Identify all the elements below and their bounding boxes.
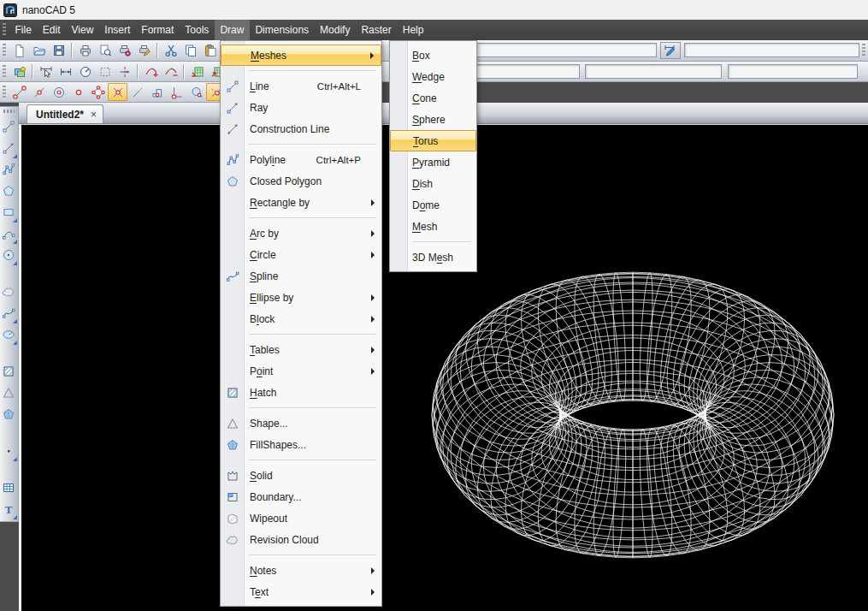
hatch-button[interactable] (0, 360, 17, 382)
draw-menu-item-boundary[interactable]: Boundary... (221, 486, 381, 507)
meshes-submenu-item-pyramid[interactable]: Pyramid (390, 151, 476, 173)
dim-linear-button[interactable] (56, 62, 75, 80)
dimension-style-button[interactable] (660, 42, 681, 59)
table-import-button[interactable] (187, 62, 207, 80)
draw-menu-item-construction-line[interactable]: Construction Line (221, 118, 381, 139)
toolbar-grip[interactable] (3, 44, 6, 57)
measure-remove-button[interactable] (161, 62, 180, 80)
snap-nearest-button[interactable] (186, 83, 206, 101)
draw-menu-item-notes[interactable]: Notes (221, 560, 381, 581)
meshes-submenu-item-torus[interactable]: Torus (390, 130, 476, 151)
draw-menu-item-point[interactable]: Point (221, 360, 381, 382)
snap-intersection-button[interactable] (108, 83, 127, 101)
menubar-item-format[interactable]: Format (136, 20, 180, 40)
draw-menu-item-shape[interactable]: Shape... (221, 412, 381, 434)
snap-extension-button[interactable] (127, 83, 147, 101)
measure-add-button[interactable] (141, 62, 161, 80)
meshes-submenu-item-dome[interactable]: Dome (390, 194, 476, 216)
meshes-submenu-item-mesh[interactable]: Mesh (390, 216, 476, 237)
shape-button[interactable] (0, 382, 17, 403)
draw-menu-item-text[interactable]: Text (221, 581, 381, 602)
save-button[interactable] (49, 42, 68, 60)
print-preview-button[interactable] (95, 42, 115, 60)
revision-cloud-button[interactable] (0, 281, 17, 302)
snap-midpoint-button[interactable] (29, 83, 49, 101)
menubar-item-edit[interactable]: Edit (37, 20, 66, 40)
meshes-submenu-item-cone[interactable]: Cone (390, 87, 476, 109)
command-field-1[interactable] (469, 43, 657, 57)
draw-menu-item-polyline[interactable]: PolylineCtrl+Alt+P (221, 149, 381, 170)
draw-menu-item-fillshapes[interactable]: FillShapes... (221, 434, 381, 455)
draw-menu-item-line[interactable]: LineCtrl+Alt+L (221, 75, 381, 97)
table-button[interactable] (0, 477, 17, 498)
menubar-item-tools[interactable]: Tools (180, 20, 215, 40)
draw-menu-item-block[interactable]: Block (221, 308, 381, 329)
menubar-item-insert[interactable]: Insert (99, 20, 136, 40)
dim-baseline-button[interactable] (115, 62, 134, 80)
closed-polygon-button[interactable] (0, 180, 17, 201)
circle-button[interactable] (0, 244, 17, 265)
snap-endpoint-button[interactable] (9, 83, 29, 101)
polyline-button[interactable] (0, 158, 17, 180)
menubar-grip[interactable] (3, 23, 6, 37)
meshes-submenu-item-dish[interactable]: Dish (390, 173, 476, 194)
menubar-item-dimensions[interactable]: Dimensions (250, 20, 315, 40)
snap-center-button[interactable] (49, 83, 68, 101)
dim-selection-button[interactable] (95, 62, 115, 80)
rectangle-button[interactable] (0, 201, 17, 222)
draw-menu-item-arc-by[interactable]: Arc by (221, 222, 381, 244)
toolbar-grip[interactable] (3, 110, 15, 113)
open-folder-button[interactable] (29, 42, 49, 60)
menubar-item-draw[interactable]: Draw (215, 20, 250, 40)
draw-menu-item-hatch[interactable]: Hatch (221, 382, 381, 403)
snap-perpendicular-button[interactable] (167, 83, 186, 101)
draw-menu-item-meshes[interactable]: Meshes (221, 44, 381, 66)
properties-combo-3[interactable] (728, 64, 858, 79)
menubar-item-raster[interactable]: Raster (356, 20, 397, 40)
meshes-submenu-item-3d-mesh[interactable]: 3D Mesh (390, 246, 476, 268)
menubar-item-view[interactable]: View (66, 20, 99, 40)
dim-pointer-button[interactable] (36, 62, 56, 80)
properties-combo-2[interactable] (585, 64, 722, 79)
toolbar-grip-right[interactable] (862, 44, 865, 57)
draw-menu-item-circle[interactable]: Circle (221, 244, 381, 265)
ray-button[interactable] (0, 137, 17, 158)
dim-radial-button[interactable] (75, 62, 95, 80)
text-button[interactable]: T (0, 498, 17, 519)
draw-menu-item-solid[interactable]: Solid (221, 465, 381, 486)
print-button[interactable] (75, 42, 95, 60)
new-file-button[interactable] (9, 42, 29, 60)
snap-insertion-button[interactable] (147, 83, 167, 101)
draw-menu-item-rectangle-by[interactable]: Rectangle by (221, 192, 381, 213)
toolbar-grip[interactable] (3, 86, 6, 99)
menubar-item-file[interactable]: File (9, 20, 37, 40)
draw-menu-item-revision-cloud[interactable]: Revision Cloud (221, 529, 381, 550)
arc-button[interactable] (0, 222, 17, 244)
meshes-submenu-item-box[interactable]: Box (390, 44, 476, 66)
menubar-item-help[interactable]: Help (397, 20, 429, 40)
meshes-submenu-item-sphere[interactable]: Sphere (390, 109, 476, 130)
layers-button[interactable] (9, 62, 29, 80)
line-button[interactable] (0, 116, 17, 137)
document-tab[interactable]: Untitled2* × (27, 104, 103, 123)
meshes-submenu-item-wedge[interactable]: Wedge (390, 66, 476, 87)
cut-button[interactable] (161, 42, 180, 60)
plot-settings-button[interactable] (115, 42, 134, 60)
draw-menu-item-ellipse-by[interactable]: Ellipse by (221, 287, 381, 308)
toolbar-grip[interactable] (3, 65, 6, 79)
fillshapes-button[interactable] (0, 403, 17, 424)
spline-button[interactable] (0, 302, 17, 323)
properties-combo-1[interactable] (468, 64, 580, 79)
snap-quadrant-button[interactable] (88, 83, 108, 101)
draw-menu-item-ray[interactable]: Ray (221, 97, 381, 118)
draw-menu-item-closed-polygon[interactable]: Closed Polygon (221, 170, 381, 192)
tab-close-icon[interactable]: × (91, 109, 97, 121)
draw-menu-item-spline[interactable]: Spline (221, 265, 381, 287)
command-field-2[interactable] (684, 43, 859, 57)
copy-button[interactable] (180, 42, 200, 60)
point-button[interactable] (0, 440, 17, 461)
publish-button[interactable] (134, 42, 154, 60)
ellipse-button[interactable] (0, 323, 17, 345)
draw-menu-item-tables[interactable]: Tables (221, 339, 381, 360)
snap-node-button[interactable] (68, 83, 88, 101)
